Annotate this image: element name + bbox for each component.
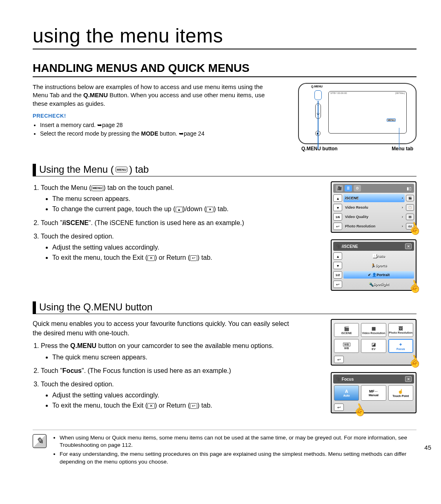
panel-title: iSCENE: [343, 244, 358, 249]
qmenu-top-label: Q.MENU: [311, 85, 323, 88]
t: ) tab.: [214, 205, 228, 212]
t: ". (The Focus function is used here as a…: [82, 367, 231, 374]
substep: To exit the menu, touch the Exit (✕) or …: [52, 401, 294, 410]
status-left: STBY 00:00:00: [330, 92, 347, 94]
camcorder-illustration: Q.MENU T W ▶ STBY 00:00:00 [307Min] MENU: [298, 83, 416, 144]
gear-icon: ⚙: [354, 185, 361, 192]
menu-item-vidres: Video Resolu›: [343, 203, 405, 212]
up-button: ▴: [333, 252, 342, 260]
list-icon: ≣: [345, 185, 352, 192]
t: Touch ": [41, 219, 62, 226]
menu-icon: MENU: [116, 167, 128, 172]
hand-pointer-icon: ☝: [405, 352, 424, 370]
t: iSCENE: [64, 219, 89, 226]
qmenu-steps: Press the Q.MENU button on your camcorde…: [33, 341, 294, 410]
substep: The menu screen appears.: [52, 194, 294, 203]
t: Touch the desired option.: [41, 233, 114, 240]
t: To exit the menu, touch the Exit (: [52, 254, 147, 261]
lcd-screen: STBY 00:00:00 [307Min] MENU: [328, 91, 407, 134]
return-button: ↩: [334, 404, 344, 411]
step-3: Touch the desired option. Adjust the set…: [41, 232, 294, 263]
panel-tabs: 🎥 ≣ ⚙ ▮▯: [333, 184, 414, 193]
subhead-text-a: Using the Menu (: [39, 164, 114, 175]
t: Focus: [62, 367, 82, 374]
close-icon: ✕: [405, 243, 412, 249]
focus-manual: MF↔Manual: [361, 385, 386, 401]
leader-line-menutab: [399, 128, 400, 149]
menu-tab-on-lcd: MENU: [387, 118, 396, 122]
t: Press the: [41, 342, 70, 349]
hand-pointer-icon: ☝: [350, 401, 369, 419]
label-menu-tab: Menu tab: [392, 146, 413, 152]
t: ) or Return (: [155, 254, 190, 261]
qmenu-button-shape: [314, 90, 322, 100]
badge-icon: 🎬: [406, 195, 414, 201]
precheck-label: PRECHECK!: [33, 113, 294, 119]
panel-title: Focus: [342, 377, 354, 381]
menu-steps: Touch the Menu (MENU) tab on the touch p…: [33, 183, 294, 262]
precheck-item: Select the record mode by pressing the M…: [40, 130, 294, 138]
step-1: Press the Q.MENU button on your camcorde…: [41, 341, 294, 361]
return-icon: ↩: [190, 403, 197, 409]
cam-mode-icon: 🎥: [336, 185, 343, 192]
intro-text: The instructions below are examples of h…: [33, 83, 274, 108]
step-1: Touch the Menu (MENU) tab on the touch p…: [41, 183, 294, 214]
subhead-menu-tab: Using the Menu ( MENU ) tab: [33, 164, 416, 176]
exit-icon: ✕: [147, 403, 155, 409]
option-sports: 🏃 Sports: [343, 262, 414, 269]
down-button: ▾: [333, 204, 342, 211]
return-button: ↩: [334, 356, 344, 363]
quickmenu-grid: 🎬iSCENE ▦Video Resolution 🖼Photo Resolut…: [333, 321, 414, 355]
substep: Adjust the setting values accordingly.: [52, 243, 294, 252]
focus-screen-illustration: 🎥 Focus ✕ AAuto MF↔Manual ☝Touch Point ↩…: [331, 372, 416, 413]
option-auto: 🅰 Auto: [343, 252, 414, 260]
return-icon: ↩: [190, 255, 197, 261]
t: To change the current page, touch the up…: [52, 205, 176, 212]
substep: The quick menu screen appears.: [52, 352, 294, 362]
option-spotlight: 🔦 Spotlight: [343, 281, 414, 288]
qcell-photores: 🖼Photo Resolution: [388, 323, 413, 337]
label-qmenu-button: Q.MENU button: [301, 146, 338, 152]
subhead-bar-icon: [33, 301, 36, 314]
qcell-videores: ▦Video Resolution: [361, 323, 386, 337]
status-right: [307Min]: [395, 92, 405, 94]
option-portrait: ✔ 👤 Portrait: [343, 271, 414, 279]
up-button: ▴: [333, 194, 342, 202]
t: To exit the menu, touch the Exit (: [52, 402, 147, 409]
substep: To exit the menu, touch the Exit (✕) or …: [52, 253, 294, 262]
qcell-ev: ◪EV: [361, 339, 386, 353]
panel-title-bar: 🎥 iiSCENE ✕: [333, 242, 414, 251]
down-icon: ▾: [206, 207, 214, 212]
substep: Adjust the setting values accordingly.: [52, 390, 294, 400]
menu-item-photores: Photo Resolution›: [343, 222, 405, 230]
close-icon: ✕: [405, 376, 412, 382]
menu-item-iscene: iSCENE›: [343, 194, 405, 202]
note-icon: ✎: [33, 434, 47, 448]
qcell-focus: ⌖Focus: [388, 339, 413, 353]
leader-line-qmenu: [318, 101, 318, 149]
note-item: When using Menu or Quick menu items, som…: [60, 434, 416, 449]
badge-icon: 📋: [406, 204, 414, 211]
intro-bold: Q.MENU: [83, 91, 108, 98]
precheck-item: Insert a memory card. ➥page 28: [40, 121, 294, 129]
t: button on your camcorder to see the avai…: [96, 342, 274, 349]
subhead-text-b: ) tab: [129, 164, 149, 175]
qcell-wb: WBWB: [334, 339, 359, 353]
battery-icon: ▮▯: [407, 186, 412, 191]
step-2: Touch "iiSCENE". (The iSCENE function is…: [41, 218, 294, 227]
up-icon: ▴: [176, 207, 183, 212]
page-counter: 1/6: [333, 213, 342, 221]
t: ". (The iSCENE function is used here as …: [89, 219, 244, 226]
return-button: ↩: [333, 223, 342, 230]
t: ) or Return (: [155, 402, 190, 409]
step-2: Touch "Focus". (The Focus function is us…: [41, 366, 294, 375]
t: Touch ": [41, 367, 62, 374]
quickmenu-screen-illustration: 🎬iSCENE ▦Video Resolution 🖼Photo Resolut…: [331, 319, 416, 366]
t: Touch the desired option.: [41, 381, 114, 388]
menu-item-vidqual: Video Quality›: [343, 213, 405, 221]
exit-icon: ✕: [147, 255, 155, 261]
menu-screen-illustration: 🎥 ≣ ⚙ ▮▯ ▴iSCENE›🎬 ▾Video Resolu›📋 1/6Vi…: [331, 181, 416, 233]
t: Touch the Menu (: [41, 184, 91, 191]
note-list: When using Menu or Quick menu items, som…: [52, 434, 416, 466]
note-block: ✎ When using Menu or Quick menu items, s…: [33, 430, 416, 467]
